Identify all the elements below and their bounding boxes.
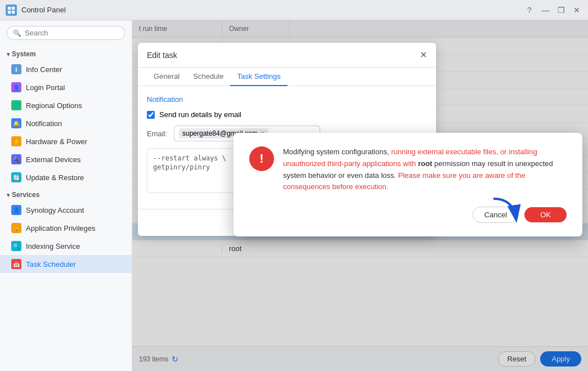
sidebar-item-indexing-service[interactable]: 🔍 Indexing Service (0, 237, 132, 255)
system-section: ▾ System ℹ Info Center 👤 Login Portal 🌐 … (0, 46, 132, 186)
task-scheduler-icon: 📅 (11, 259, 21, 269)
services-section-label: Services (12, 191, 39, 199)
warning-ok-button[interactable]: OK (524, 207, 567, 222)
dialog-header: Edit task ✕ (138, 43, 436, 68)
svg-rect-1 (12, 6, 15, 9)
app-icon (6, 5, 17, 16)
system-section-label: System (12, 50, 36, 58)
chevron-icon: ▾ (7, 51, 10, 57)
warning-text-1: Modifying system configurations, (283, 147, 391, 156)
send-email-row: Send run details by email (147, 110, 427, 119)
indexing-service-label: Indexing Service (26, 242, 80, 251)
notification-icon: 🔔 (11, 118, 21, 128)
login-portal-label: Login Portal (26, 83, 65, 92)
task-scheduler-label: Task Scheduler (26, 260, 76, 269)
search-container: 🔍 (0, 20, 132, 46)
application-privileges-label: Application Privileges (26, 224, 96, 233)
application-privileges-icon: 🔒 (11, 223, 21, 233)
window: Control Panel ? — ❐ ✕ 🔍 ▾ System (0, 0, 588, 371)
minimize-button[interactable]: — (540, 5, 551, 16)
svg-rect-3 (12, 10, 15, 13)
services-chevron-icon: ▾ (7, 192, 10, 198)
send-email-label: Send run details by email (159, 110, 241, 119)
tab-task-settings[interactable]: Task Settings (230, 68, 287, 86)
tab-general[interactable]: General (147, 68, 186, 86)
warning-text: Modifying system configurations, running… (283, 146, 567, 193)
sidebar-item-notification[interactable]: 🔔 Notification (0, 114, 132, 132)
sidebar-item-synology-account[interactable]: 👤 Synology Account (0, 201, 132, 219)
window-controls: ? — ❐ ✕ (524, 5, 582, 16)
warning-icon-circle: ! (249, 146, 274, 171)
sidebar-item-info-center[interactable]: ℹ Info Center (0, 60, 132, 78)
login-portal-icon: 👤 (11, 82, 21, 92)
services-section: ▾ Services 👤 Synology Account 🔒 Applicat… (0, 186, 132, 273)
search-box[interactable]: 🔍 (7, 26, 125, 40)
titlebar: Control Panel ? — ❐ ✕ (0, 0, 588, 20)
send-email-checkbox[interactable] (147, 111, 155, 119)
external-devices-label: External Devices (26, 155, 81, 164)
tab-schedule[interactable]: Schedule (186, 68, 230, 86)
system-section-header: ▾ System (0, 46, 132, 60)
update-restore-label: Update & Restore (26, 173, 84, 182)
sidebar-item-regional-options[interactable]: 🌐 Regional Options (0, 96, 132, 114)
search-icon: 🔍 (13, 29, 21, 37)
notification-label: Notification (26, 119, 62, 128)
hardware-power-label: Hardware & Power (26, 137, 87, 146)
info-center-label: Info Center (26, 65, 62, 74)
svg-rect-2 (8, 10, 11, 13)
sidebar-item-task-scheduler[interactable]: 📅 Task Scheduler (0, 255, 132, 273)
hardware-power-icon: ⚡ (11, 136, 21, 146)
regional-options-label: Regional Options (26, 101, 82, 110)
synology-account-label: Synology Account (26, 206, 84, 214)
svg-rect-0 (8, 6, 11, 9)
sidebar-item-hardware-power[interactable]: ⚡ Hardware & Power (0, 132, 132, 150)
external-devices-icon: 🔌 (11, 154, 21, 164)
maximize-button[interactable]: ❐ (555, 5, 567, 16)
sidebar-item-external-devices[interactable]: 🔌 External Devices (0, 150, 132, 168)
warning-root-bold: root (418, 159, 432, 168)
sidebar-item-update-restore[interactable]: 🔄 Update & Restore (0, 168, 132, 186)
email-label: Email: (147, 129, 169, 138)
services-section-header: ▾ Services (0, 186, 132, 201)
arrow-svg (488, 196, 522, 227)
sidebar-item-application-privileges[interactable]: 🔒 Application Privileges (0, 219, 132, 237)
content-area: t run time Owner root root root root roo… (132, 20, 588, 371)
search-input[interactable] (25, 29, 119, 37)
arrow-indicator (488, 196, 522, 229)
main-content: 🔍 ▾ System ℹ Info Center 👤 Login Portal (0, 20, 588, 371)
regional-options-icon: 🌐 (11, 100, 21, 110)
indexing-service-icon: 🔍 (11, 241, 21, 251)
warning-content: ! Modifying system configurations, runni… (249, 146, 567, 193)
update-restore-icon: 🔄 (11, 172, 21, 182)
warning-buttons: Cancel (249, 207, 567, 223)
sidebar: 🔍 ▾ System ℹ Info Center 👤 Login Portal (0, 20, 132, 371)
warning-dialog: ! Modifying system configurations, runni… (234, 133, 582, 236)
close-button[interactable]: ✕ (571, 5, 582, 16)
help-button[interactable]: ? (524, 5, 535, 16)
info-center-icon: ℹ (11, 64, 21, 74)
notification-section-title: Notification (147, 95, 427, 104)
dialog-close-button[interactable]: ✕ (420, 50, 427, 60)
dialog-tabs: General Schedule Task Settings (138, 68, 436, 86)
window-title: Control Panel (21, 6, 524, 14)
warning-exclamation: ! (259, 151, 263, 166)
ok-button-container: OK (524, 207, 567, 222)
dialog-title: Edit task (147, 51, 177, 60)
sidebar-item-login-portal[interactable]: 👤 Login Portal (0, 78, 132, 96)
synology-account-icon: 👤 (11, 205, 21, 215)
